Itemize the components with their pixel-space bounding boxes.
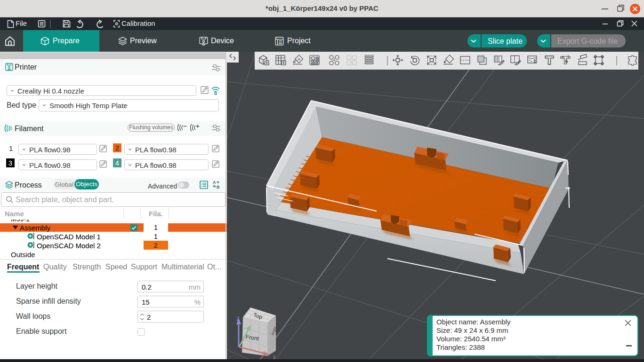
svg-text:Z: Z — [236, 316, 240, 322]
svg-text:A: A — [213, 180, 216, 185]
svg-text:A: A — [298, 56, 301, 62]
svg-text:B: B — [217, 185, 220, 189]
